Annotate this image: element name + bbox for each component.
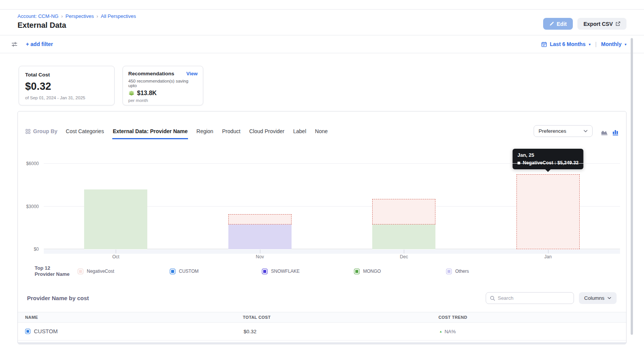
provider-cost-table: NAMETOTAL COSTCOST TREND CUSTOM$0.32▲NA% <box>18 312 626 340</box>
row-swatch-custom <box>25 329 30 334</box>
bar-segment-others[interactable] <box>228 224 292 249</box>
x-axis-tick <box>404 250 404 253</box>
total-cost-value: $0.32 <box>25 81 108 92</box>
divider: | <box>595 41 597 47</box>
edit-button[interactable]: Edit <box>543 18 573 30</box>
stacked-bar-nov[interactable] <box>228 214 292 249</box>
search-box <box>486 292 574 304</box>
breadcrumb-separator-icon: › <box>96 13 98 19</box>
perspective-panel: Group By Cost CategoriesExternal Data: P… <box>18 111 626 344</box>
legend-label-negativecost: NegativeCost <box>87 269 114 274</box>
column-header-cost-trend[interactable]: COST TREND <box>437 315 626 320</box>
bar-segment-mongo[interactable] <box>372 224 435 249</box>
chart-plot: Jan, 25 NegativeCost : $5,249.32 <box>44 143 620 249</box>
chevron-down-icon <box>607 297 611 299</box>
legend-label-custom: CUSTOM <box>179 269 199 274</box>
breadcrumb-perspectives[interactable]: Perspectives <box>65 13 94 19</box>
bar-slot-jan <box>476 143 620 249</box>
page-header: Account: CCM-NG › Perspectives › All Per… <box>0 10 644 35</box>
y-axis-tick-label: $0 <box>34 247 39 252</box>
tab-cloud-provider[interactable]: Cloud Provider <box>249 128 285 139</box>
breadcrumb-all-perspectives[interactable]: All Perspectives <box>101 13 136 19</box>
add-filter-button[interactable]: + add filter <box>26 41 53 47</box>
export-csv-button[interactable]: Export CSV <box>577 18 626 30</box>
y-axis-tick-label: $6000 <box>26 161 39 166</box>
legend-title: Top 12 Provider Name <box>35 265 71 278</box>
chevron-down-icon <box>583 130 588 132</box>
breadcrumb-separator-icon: › <box>61 13 63 19</box>
legend-swatch-snowflake <box>262 269 268 274</box>
total-cost-card: Total Cost $0.32 of Sep 01, 2024 - Jan 3… <box>19 66 115 105</box>
grid-icon <box>26 129 30 134</box>
trend-up-icon: ▲ <box>439 330 442 333</box>
column-header-total-cost[interactable]: TOTAL COST <box>241 315 437 320</box>
cost-chart: $0$3000$6000 Jan, 25 NegativeCost : $5,2… <box>18 143 626 261</box>
group-by-row: Group By Cost CategoriesExternal Data: P… <box>18 111 626 139</box>
view-recommendations-link[interactable]: View <box>187 71 198 76</box>
legend-item-snowflake[interactable]: SNOWFLAKE <box>262 269 354 274</box>
trend-value: NA% <box>445 329 456 334</box>
x-axis-band <box>44 250 620 254</box>
stacked-bar-dec[interactable] <box>372 199 435 249</box>
tab-product[interactable]: Product <box>222 128 241 139</box>
legend-item-negativecost[interactable]: NegativeCost <box>78 269 170 274</box>
tab-external-data-provider-name[interactable]: External Data: Provider Name <box>112 128 188 139</box>
group-by-text: Group By <box>33 128 57 134</box>
legend-label-others: Others <box>455 269 469 274</box>
bar-chart-icon[interactable] <box>612 129 619 135</box>
preferences-dropdown[interactable]: Preferences <box>534 125 593 137</box>
next-row-cutoff <box>18 342 626 344</box>
edit-button-label: Edit <box>557 21 567 27</box>
x-axis-label-dec: Dec <box>332 254 476 259</box>
pencil-icon <box>549 21 554 26</box>
legend-item-others[interactable]: Others <box>446 269 538 274</box>
chart-x-axis: OctNovDecJan <box>44 249 620 261</box>
area-chart-icon[interactable] <box>601 129 609 135</box>
header-actions: Edit Export CSV <box>543 18 626 35</box>
search-icon <box>490 296 495 301</box>
money-icon <box>128 91 135 96</box>
total-cost-period: of Sep 01, 2024 - Jan 31, 2025 <box>25 95 108 100</box>
provider-name: CUSTOM <box>34 328 58 334</box>
tab-none[interactable]: None <box>315 128 328 139</box>
group-by-label: Group By <box>26 128 57 139</box>
bar-segment-negativecost[interactable] <box>228 214 292 224</box>
legend-item-mongo[interactable]: MONGO <box>354 269 446 274</box>
vertical-scrollbar[interactable] <box>631 38 633 335</box>
columns-button[interactable]: Columns <box>579 292 617 304</box>
bar-segment-negativecost[interactable] <box>516 174 580 249</box>
column-header-name[interactable]: NAME <box>18 315 241 320</box>
total-cost-label: Total Cost <box>25 72 108 78</box>
preferences-label: Preferences <box>539 128 566 134</box>
summary-cards: Total Cost $0.32 of Sep 01, 2024 - Jan 3… <box>0 53 644 105</box>
legend-item-custom[interactable]: CUSTOM <box>170 269 262 274</box>
tab-cost-categories[interactable]: Cost Categories <box>65 128 104 139</box>
chevron-down-icon: ▾ <box>589 42 591 46</box>
granularity-dropdown[interactable]: Monthly <box>601 41 622 47</box>
filter-sliders-icon[interactable] <box>11 41 18 47</box>
tab-label[interactable]: Label <box>293 128 306 139</box>
page: Account: CCM-NG › Perspectives › All Per… <box>0 0 644 350</box>
bar-segment-negativecost[interactable] <box>372 199 435 224</box>
cell-total-cost: $0.32 <box>241 329 437 334</box>
bar-segment-mongo[interactable] <box>84 189 147 249</box>
bar-slot-nov <box>188 143 332 249</box>
chart-type-toggle <box>601 129 619 135</box>
breadcrumb-account[interactable]: Account: CCM-NG <box>18 13 59 19</box>
x-axis-tick <box>116 250 116 253</box>
search-input[interactable] <box>498 295 570 301</box>
date-range-dropdown[interactable]: Last 6 Months <box>550 41 586 47</box>
page-title: External Data <box>18 21 136 30</box>
table-row-custom[interactable]: CUSTOM$0.32▲NA% <box>18 323 626 340</box>
stacked-bar-oct[interactable] <box>84 189 147 249</box>
chevron-down-icon: ▾ <box>625 42 626 46</box>
external-link-icon <box>615 21 620 26</box>
legend-swatch-custom <box>170 269 175 274</box>
x-axis-label-nov: Nov <box>188 254 332 259</box>
filter-bar: + add filter Last 6 Months ▾ | Monthly ▾ <box>0 35 644 53</box>
legend-swatch-mongo <box>354 269 360 274</box>
stacked-bar-jan[interactable] <box>516 174 580 249</box>
tab-region[interactable]: Region <box>196 128 214 139</box>
table-header-row: NAMETOTAL COSTCOST TREND <box>18 312 626 323</box>
table-controls: Provider Name by cost Columns <box>18 292 626 304</box>
